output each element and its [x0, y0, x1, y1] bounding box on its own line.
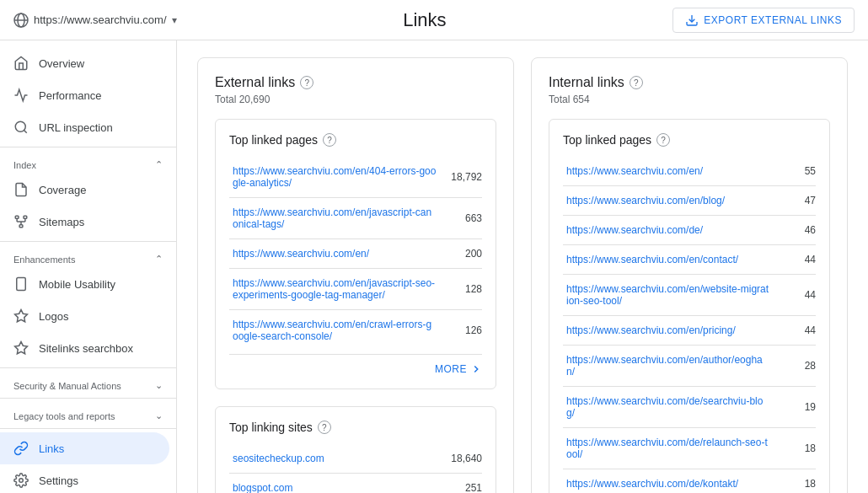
sidebar: Overview Performance URL inspection Inde… — [0, 40, 177, 493]
int-top-linked-heading-row: Top linked pages ? — [563, 133, 816, 147]
main-layout: Overview Performance URL inspection Inde… — [0, 40, 868, 493]
collapse-legacy-icon[interactable]: ⌄ — [155, 410, 163, 421]
link-url[interactable]: https://www.searchviu.com/de/kontakt/ — [563, 469, 774, 494]
table-row: seositecheckup.com18,640 — [229, 444, 482, 474]
sidebar-item-logos[interactable]: Logos — [0, 300, 169, 332]
sidebar-label-overview: Overview — [39, 57, 84, 70]
divider-2 — [0, 241, 176, 242]
section-index[interactable]: Index ⌃ — [0, 151, 176, 174]
table-row: https://www.searchviu.com/en/404-errors-… — [229, 157, 482, 198]
ext-top-linked-help-icon[interactable]: ? — [323, 133, 336, 147]
sidebar-item-url-inspection[interactable]: URL inspection — [0, 111, 169, 143]
site-count: 18,640 — [406, 444, 482, 474]
link-url[interactable]: https://www.searchviu.com/en/javascript-… — [229, 198, 440, 239]
site-dropdown-arrow[interactable]: ▾ — [172, 14, 177, 26]
link-count: 55 — [774, 157, 816, 186]
link-url[interactable]: https://www.searchviu.com/en/javascript-… — [229, 269, 440, 310]
int-top-linked-help-icon[interactable]: ? — [656, 133, 670, 147]
sidebar-item-settings[interactable]: Settings — [0, 464, 169, 493]
link-count: 44 — [774, 245, 816, 275]
sidebar-label-mobile-usability: Mobile Usability — [39, 278, 115, 291]
sidebar-item-overview[interactable]: Overview — [0, 47, 169, 79]
table-row: https://www.searchviu.com/en/javascript-… — [229, 198, 482, 239]
sidebar-item-sitemaps[interactable]: Sitemaps — [0, 206, 169, 238]
external-more-button[interactable]: MORE — [435, 363, 482, 375]
top-linking-sites-section: Top linking sites ? seositecheckup.com18… — [215, 406, 496, 493]
svg-marker-15 — [15, 310, 28, 322]
top-linking-heading: Top linking sites — [229, 421, 313, 434]
internal-links-help-icon[interactable]: ? — [630, 76, 643, 89]
link-count: 200 — [440, 239, 482, 269]
file-icon — [13, 182, 29, 197]
export-external-links-button[interactable]: EXPORT EXTERNAL LINKS — [672, 8, 855, 33]
link-url[interactable]: https://www.searchviu.com/en/blog/ — [563, 186, 774, 216]
link-count: 126 — [440, 310, 482, 351]
link-url[interactable]: https://www.searchviu.com/en/author/eogh… — [563, 346, 774, 387]
link-count: 663 — [440, 198, 482, 239]
sidebar-label-url-inspection: URL inspection — [39, 121, 113, 134]
external-links-help-icon[interactable]: ? — [300, 76, 313, 89]
sidebar-item-coverage[interactable]: Coverage — [0, 174, 169, 206]
table-row: https://www.searchviu.com/de/46 — [563, 216, 816, 245]
table-row: https://www.searchviu.com/de/relaunch-se… — [563, 428, 816, 469]
section-enhancements[interactable]: Enhancements ⌃ — [0, 245, 176, 268]
section-enhancements-label: Enhancements — [13, 255, 75, 265]
table-row: https://www.searchviu.com/en/200 — [229, 239, 482, 269]
external-top-linked-pages-subcard: Top linked pages ? https://www.searchviu… — [215, 119, 496, 389]
sitelinks-icon — [13, 340, 29, 356]
collapse-index-icon[interactable]: ⌃ — [155, 159, 163, 170]
top-linking-sites-subcard: Top linking sites ? seositecheckup.com18… — [215, 406, 496, 493]
internal-top-linked-table: https://www.searchviu.com/en/55https://w… — [563, 157, 816, 493]
link-url[interactable]: https://www.searchviu.com/en/404-errors-… — [229, 157, 440, 198]
page-title: Links — [403, 9, 446, 31]
link-url[interactable]: https://www.searchviu.com/de/ — [563, 216, 774, 245]
section-legacy-label: Legacy tools and reports — [13, 411, 115, 421]
site-selector[interactable]: https://www.searchviu.com/ ▾ — [13, 13, 177, 28]
int-top-linked-heading: Top linked pages — [563, 133, 651, 147]
link-url[interactable]: https://www.searchviu.com/en/crawl-error… — [229, 310, 440, 351]
table-row: https://www.searchviu.com/en/author/eogh… — [563, 346, 816, 387]
collapse-security-icon[interactable]: ⌄ — [155, 380, 163, 391]
svg-rect-8 — [19, 225, 23, 228]
sidebar-item-mobile-usability[interactable]: Mobile Usability — [0, 268, 169, 300]
top-linking-sites-table: seositecheckup.com18,640blogspot.com251 — [229, 444, 482, 493]
link-count: 128 — [440, 269, 482, 310]
external-links-total: Total 20,690 — [215, 94, 496, 105]
table-row: https://www.searchviu.com/en/javascript-… — [229, 269, 482, 310]
sidebar-item-links[interactable]: Links — [0, 432, 169, 464]
site-name[interactable]: seositecheckup.com — [229, 444, 406, 474]
external-links-title: External links — [215, 75, 295, 90]
section-legacy[interactable]: Legacy tools and reports ⌄ — [0, 402, 176, 425]
link-count: 18,792 — [440, 157, 482, 198]
table-row: https://www.searchviu.com/en/blog/47 — [563, 186, 816, 216]
link-url[interactable]: https://www.searchviu.com/en/ — [229, 239, 440, 269]
logos-icon — [13, 308, 29, 324]
internal-links-card: Internal links ? Total 654 Top linked pa… — [531, 57, 848, 493]
link-url[interactable]: https://www.searchviu.com/en/pricing/ — [563, 316, 774, 346]
divider-5 — [0, 428, 176, 429]
svg-rect-7 — [24, 216, 27, 218]
external-links-card: External links ? Total 20,690 Top linked… — [197, 57, 514, 493]
top-linking-help-icon[interactable]: ? — [318, 421, 331, 434]
sitemap-icon — [13, 214, 29, 229]
sidebar-label-settings: Settings — [39, 474, 78, 487]
external-links-title-row: External links ? — [215, 75, 496, 90]
svg-point-4 — [15, 121, 25, 131]
link-url[interactable]: https://www.searchviu.com/en/ — [563, 157, 774, 186]
collapse-enhancements-icon[interactable]: ⌃ — [155, 254, 163, 265]
link-count: 19 — [774, 387, 816, 428]
link-url[interactable]: https://www.searchviu.com/en/contact/ — [563, 245, 774, 275]
external-more-label: MORE — [435, 363, 467, 375]
sidebar-item-sitelinks-searchbox[interactable]: Sitelinks searchbox — [0, 332, 169, 364]
sidebar-label-sitemaps: Sitemaps — [39, 216, 84, 228]
link-url[interactable]: https://www.searchviu.com/de/searchviu-b… — [563, 387, 774, 428]
section-security[interactable]: Security & Manual Actions ⌄ — [0, 372, 176, 394]
sidebar-item-performance[interactable]: Performance — [0, 79, 169, 111]
internal-links-title: Internal links — [549, 75, 624, 90]
link-url[interactable]: https://www.searchviu.com/de/relaunch-se… — [563, 428, 774, 469]
site-name[interactable]: blogspot.com — [229, 474, 406, 494]
table-row: blogspot.com251 — [229, 474, 482, 494]
top-linking-heading-row: Top linking sites ? — [229, 421, 482, 434]
link-url[interactable]: https://www.searchviu.com/en/website-mig… — [563, 275, 774, 316]
internal-links-title-row: Internal links ? — [549, 75, 830, 90]
